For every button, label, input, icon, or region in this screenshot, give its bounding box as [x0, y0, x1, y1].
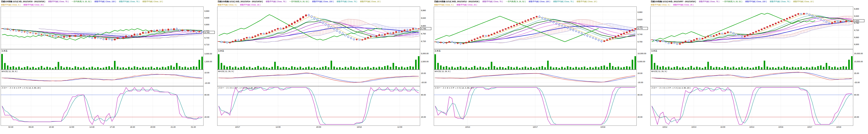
price-tick-label: 8,840 — [421, 17, 426, 19]
price-tick-label: 8,740 — [205, 37, 209, 39]
time-axis: 10/1410/1710/18 — [434, 126, 637, 129]
volume-canvas[interactable]: 3,000.001,500.00出来高 — [1, 49, 216, 70]
price-tick-label: 8,860 — [205, 10, 209, 12]
header-row-1: 日経225先物 11/12( 15分, 2011/10/14 - 2011/10… — [217, 0, 433, 3]
time-tick-label: 02:40 — [6, 126, 16, 128]
indicator-label: 移動平均線( Close, 25 ) — [673, 3, 693, 6]
macd-tick-label: 25.00 — [854, 72, 859, 74]
header-row-2: 移動平均線( Close, 5 )移動平均線( Close, 25 ) — [217, 3, 433, 6]
chart-panel-1: 日経225先物 11/12( 5分, 2011/10/15 - 2011/10/… — [0, 0, 216, 134]
time-tick-label: 20:00 — [314, 126, 324, 128]
main-chart-canvas[interactable]: 8,9008,8408,7808,7208,6608,6008,800 — [650, 6, 866, 49]
time-tick-label: 10/14 — [463, 126, 473, 128]
volume-tick-label: 2,500.00 — [421, 60, 429, 63]
stochastics-canvas[interactable]: 80.0020.00スロー・ストキャスティクス( 14, 3, 80, 20 ) — [434, 86, 649, 126]
price-tick-label: 8,800 — [421, 25, 426, 27]
time-axis: 10/1210/1316:0010/1410/1610/1710/18 — [650, 126, 853, 129]
indicator-label: 一目均衡表( 9, 26, 52 ) — [722, 0, 742, 3]
volume-section: 5,000.002,500.00出来高 — [217, 49, 433, 70]
volume-label: 出来高 — [218, 50, 224, 52]
main-chart-section: 8,9008,8408,7808,7208,6608,6008,800 — [650, 6, 866, 49]
indicator-label: 移動平均線( Close, 10 ) — [360, 0, 380, 3]
chart-workspace: 日経225先物 11/12( 5分, 2011/10/15 - 2011/10/… — [0, 0, 868, 134]
price-tick-label: 8,710 — [205, 44, 209, 46]
macd-canvas[interactable]: 25.00-25.00MACD( 12, 26, 9 ) — [650, 70, 866, 86]
header-row-2: 移動平均線( Close, 5 )移動平均線( Close, 25 ) — [650, 3, 866, 6]
indicator-label: 移動平均線( Close, 10 ) — [143, 0, 163, 3]
stoch-label: スロー・ストキャスティクス( 14, 3, 80, 20 ) — [435, 87, 474, 89]
volume-tick-label: 1,500.00 — [205, 60, 212, 63]
price-tick-label: 8,720 — [854, 29, 859, 31]
stoch-label: スロー・ストキャスティクス( 14, 3, 80, 20 ) — [2, 87, 41, 89]
last-price-value: 8,785 — [421, 28, 426, 30]
time-tick-label: 17:20 — [107, 126, 117, 128]
stochastics-section: 80.0020.00スロー・ストキャスティクス( 14, 3, 80, 20 ) — [434, 86, 649, 126]
macd-label: MACD( 12, 26, 9 ) — [2, 70, 18, 73]
price-tick-label: 8,600 — [854, 43, 859, 46]
volume-tick-label: 5,000.00 — [421, 52, 429, 55]
main-chart-canvas[interactable]: 8,8608,8208,7808,7408,7008,770 — [434, 6, 649, 49]
price-tick-label: 8,860 — [638, 11, 643, 13]
volume-canvas[interactable]: 10,000.005,000.00出来高 — [434, 49, 649, 70]
volume-label: 出来高 — [435, 50, 440, 52]
time-tick-label: 01:20 — [188, 126, 198, 128]
price-tick-label: 8,660 — [854, 36, 859, 38]
macd-canvas[interactable]: 20.00-20.00MACD( 12, 26, 9 ) — [434, 70, 649, 86]
price-tick-label: 8,760 — [421, 33, 426, 35]
indicator-label: 一目均衡表( 9, 26, 52 ) — [289, 0, 309, 3]
indicator-label: 移動平均線( Close, 10 ) — [793, 0, 814, 3]
price-tick-label: 8,840 — [854, 15, 859, 17]
indicator-label: 移動平均線( Close, 5 ) — [1, 3, 21, 6]
stoch-tick-label: 20.00 — [854, 116, 859, 118]
time-tick-label: 10/13 — [689, 126, 699, 128]
last-price-value: 8,765 — [205, 31, 210, 33]
indicator-label: 移動平均線( Close, 75 ) — [119, 0, 140, 3]
stoch-label: スロー・ストキャスティクス( 14, 3, 80, 20 ) — [218, 87, 257, 89]
volume-section: 20,000.0010,000.00出来高 — [650, 49, 866, 70]
main-chart-canvas[interactable]: 8,8808,8408,8008,7608,7208,785 — [217, 6, 433, 49]
plot-frame — [217, 49, 420, 70]
macd-label: MACD( 12, 26, 9 ) — [435, 70, 451, 73]
price-tick-label: 8,720 — [421, 40, 426, 43]
time-tick-label: 16:00 — [718, 126, 728, 128]
chart-title: 日経225先物 11/12( 15分, 2011/10/14 - 2011/10… — [218, 0, 263, 3]
stochastics-canvas[interactable]: 80.0020.00スロー・ストキャスティクス( 14, 3, 80, 20 ) — [650, 86, 866, 126]
chart-title: 日経225先物 11/12( 30分, 2011/10/12 - 2011/10… — [434, 0, 479, 3]
main-chart-canvas[interactable]: 8,8608,8308,8008,7708,7408,7108,765 — [1, 6, 216, 49]
time-tick-label: 21:20 — [168, 126, 178, 128]
main-chart-section: 8,8608,8208,7808,7408,7008,770 — [434, 6, 649, 49]
stoch-tick-label: 20.00 — [638, 116, 643, 118]
macd-tick-label: 20.00 — [421, 72, 426, 74]
header-row-2: 移動平均線( Close, 5 )移動平均線( Close, 25 ) — [434, 3, 649, 6]
panel-header: 日経225先物 11/12( 60分, 2011/10/07 - 2011/10… — [650, 0, 866, 6]
indicator-label: 移動平均線( Close, 5 ) — [434, 3, 454, 6]
chart-panel-4: 日経225先物 11/12( 60分, 2011/10/07 - 2011/10… — [650, 0, 866, 134]
time-axis: 02:4009:2010:4012:0014:4017:2018:4020:00… — [1, 126, 204, 129]
stochastics-section: 80.0020.00スロー・ストキャスティクス( 14, 3, 80, 20 ) — [1, 86, 216, 126]
stochastics-canvas[interactable]: 80.0020.00スロー・ストキャスティクス( 14, 3, 80, 20 ) — [217, 86, 433, 126]
price-tick-label: 8,820 — [638, 19, 643, 21]
header-row-2: 移動平均線( Close, 5 )移動平均線( Close, 25 ) — [1, 3, 216, 6]
time-tick-label: 09:20 — [26, 126, 36, 128]
time-tick-label: 10/18 — [354, 126, 364, 128]
volume-canvas[interactable]: 5,000.002,500.00出来高 — [217, 49, 433, 70]
indicator-label: 移動平均線( Close, 25 ) — [240, 3, 260, 6]
volume-canvas[interactable]: 20,000.0010,000.00出来高 — [650, 49, 866, 70]
indicator-label: 一目均衡表( 9, 26, 52 ) — [72, 0, 91, 3]
macd-canvas[interactable]: 10.00-10.00MACD( 12, 26, 9 ) — [1, 70, 216, 86]
plot-frame — [434, 49, 637, 70]
price-tick-label: 8,900 — [854, 8, 859, 10]
indicator-label: 移動平均線( Close, 75 ) — [770, 0, 790, 3]
time-tick-label: 12:00 — [67, 126, 77, 128]
indicator-label: 移動平均線( Close, 150 ) — [94, 0, 116, 3]
stochastics-canvas[interactable]: 80.0020.00スロー・ストキャスティクス( 14, 3, 80, 20 ) — [1, 86, 216, 126]
price-tick-label: 8,830 — [205, 17, 209, 19]
volume-tick-label: 3,000.00 — [205, 53, 212, 55]
macd-canvas[interactable]: 20.00-20.00MACD( 12, 26, 9 ) — [217, 70, 433, 86]
macd-section: 25.00-25.00MACD( 12, 26, 9 ) — [650, 70, 866, 86]
indicator-label: 移動平均線( Close, 150 ) — [312, 0, 334, 3]
volume-label: 出来高 — [2, 50, 7, 52]
indicator-label: 移動平均線( Close, 75 ) — [48, 0, 69, 3]
price-tick-label: 8,780 — [854, 22, 859, 24]
indicator-label: 移動平均線( Close, 75 ) — [483, 0, 503, 3]
